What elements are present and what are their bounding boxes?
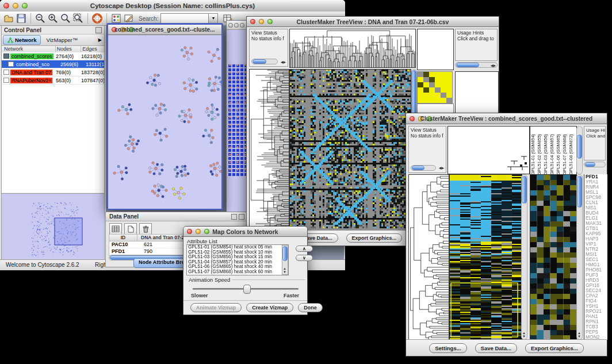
new-attribute-button[interactable] xyxy=(124,223,137,235)
attribute-list-scrollbar[interactable]: ▲▼ xyxy=(282,245,288,275)
column-label[interactable] xyxy=(441,29,446,70)
zoom-selected-icon[interactable] xyxy=(60,13,71,24)
treeview2-title: ClusterMaker TreeView : combined_scores_… xyxy=(406,116,607,122)
close-button[interactable] xyxy=(228,23,233,28)
scroll-arrows[interactable]: ◀▶ xyxy=(491,64,496,67)
tab-vizmapper[interactable]: VizMapper™ xyxy=(41,37,83,43)
data-panel-title: Data Panel xyxy=(109,213,139,220)
main-titlebar[interactable]: Cytoscape Desktop (Session Name: collins… xyxy=(0,0,345,12)
move-up-button[interactable]: ∧ xyxy=(296,246,313,252)
map-dialog-titlebar[interactable]: Map Colors to Network xyxy=(183,227,307,237)
row-dendrogram-canvas[interactable] xyxy=(408,174,449,341)
annotation-icon[interactable] xyxy=(124,13,134,24)
network-table-row[interactable]: RNAPuberNov2+ 563(0) 107847(0) xyxy=(2,76,104,85)
minimize-button[interactable] xyxy=(234,23,239,28)
treeview2-titlebar[interactable]: ClusterMaker TreeView : combined_scores_… xyxy=(406,113,607,124)
network-table-row[interactable]: combined_sco 2569(6) 13112(15) xyxy=(2,60,104,68)
column-label[interactable]: GPL51-07 (GSM868) xyxy=(562,127,568,175)
close-icon[interactable] xyxy=(239,214,244,220)
control-panel-title: Control Panel xyxy=(4,27,41,33)
usage-hints-scrollbar[interactable]: ◀▶ xyxy=(455,62,498,68)
help-lifesaver-icon[interactable] xyxy=(92,13,102,24)
column-label[interactable] xyxy=(423,29,429,70)
float-icon[interactable] xyxy=(231,214,237,220)
treeview-button[interactable]: Export Graphics... xyxy=(525,343,584,353)
treeview2-button-bar: Settings...Save Data...Export Graphics..… xyxy=(406,339,607,356)
move-down-button[interactable]: ∨ xyxy=(296,255,313,261)
zoom-heatmap-canvas[interactable] xyxy=(530,174,577,341)
global-heatmap-canvas[interactable] xyxy=(289,69,411,232)
search-dropdown-button[interactable]: ▼ xyxy=(209,13,218,24)
network-file-icon xyxy=(3,70,9,75)
open-file-icon[interactable] xyxy=(3,13,14,24)
column-mini-dendrogram[interactable] xyxy=(505,127,529,173)
row-dendrogram-canvas[interactable] xyxy=(249,69,289,232)
network-window-title: combined_scores_good.txt--cluste... xyxy=(108,26,221,33)
save-icon[interactable] xyxy=(16,13,26,24)
done-button[interactable]: Done xyxy=(298,303,323,312)
create-vizmap-button[interactable]: Create Vizmap xyxy=(246,303,293,312)
network-table-row[interactable]: DNA and Tran 07 769(0) 183728(0) xyxy=(2,68,104,76)
zoom-vscrollbar[interactable]: ▲▼ xyxy=(576,174,583,340)
table-view-button[interactable] xyxy=(109,223,122,235)
scroll-arrows[interactable]: ◀▶ xyxy=(439,166,444,170)
tab-network[interactable]: Network xyxy=(3,35,41,45)
birdseye-canvas[interactable] xyxy=(2,194,104,259)
zoom-in-icon[interactable] xyxy=(48,13,58,24)
column-label[interactable]: GPL51-06 (GSM865) xyxy=(556,127,562,175)
column-dendrogram-canvas[interactable] xyxy=(289,29,416,68)
column-label[interactable]: GPL51-03 (GSM856) xyxy=(543,127,549,175)
column-label[interactable]: GPL51-04 (GSM857) xyxy=(549,127,556,175)
animation-speed-slider[interactable] xyxy=(193,288,299,290)
column-label[interactable] xyxy=(429,29,435,70)
network-window-titlebar[interactable]: combined_scores_good.txt--cluste... xyxy=(108,25,221,35)
zoom-button[interactable] xyxy=(240,23,244,28)
view-status-scrollbar[interactable] xyxy=(251,59,278,64)
table-grid-icon xyxy=(112,225,120,232)
grid-network-view[interactable] xyxy=(228,63,248,176)
column-label[interactable]: GPL51-01 (GSM854) xyxy=(530,127,537,175)
treeview-button[interactable]: Settings... xyxy=(429,343,466,353)
global-heatmap-canvas[interactable] xyxy=(449,174,522,341)
treeview-button[interactable]: Save Data... xyxy=(475,343,517,353)
view-status-panel: View Status No status info f ◀▶ xyxy=(408,126,446,173)
scroll-arrows[interactable]: ◀▶ xyxy=(281,60,286,64)
float-panel-icon[interactable] xyxy=(95,27,102,33)
column-label[interactable]: GPL51-08 (GSM872) xyxy=(568,127,575,175)
attribute-list-label: Attribute List xyxy=(187,238,217,244)
map-dialog-title: Map Colors to Network xyxy=(183,228,307,235)
treeview-button[interactable]: Export Graphics... xyxy=(346,233,403,243)
id-column-header[interactable]: ID xyxy=(109,235,137,241)
tab-overflow-arrow[interactable]: ▶ xyxy=(98,37,102,43)
animate-vizmap-button[interactable]: Animate Vizmap xyxy=(190,303,242,312)
column-label[interactable]: GPL51-02 (GSM855) xyxy=(537,127,543,175)
column-label[interactable] xyxy=(418,29,423,70)
delete-attribute-button[interactable] xyxy=(139,223,152,235)
slider-thumb[interactable] xyxy=(243,285,251,294)
column-vscrollbar[interactable] xyxy=(576,126,583,174)
network-table-row[interactable]: combined_scores 2764(0) 16218(0) xyxy=(2,52,104,60)
birdseye-view[interactable] xyxy=(2,193,104,259)
network-view-window: combined_scores_good.txt--cluste... xyxy=(106,23,223,210)
zoom-fit-icon[interactable] xyxy=(73,13,83,24)
zoom-heatmap-canvas[interactable] xyxy=(417,71,453,104)
status-welcome: Welcome to Cytoscape 2.6.2 xyxy=(6,262,79,268)
search-input[interactable] xyxy=(160,13,209,24)
column-label[interactable] xyxy=(435,29,441,70)
usage-hints-panel: Usage Hi Click and xyxy=(584,126,606,160)
attribute-list-item[interactable]: GPL51-07 (GSM868) heat shock 60 min xyxy=(187,270,288,275)
treeview-window-combined: ClusterMaker TreeView : combined_scores_… xyxy=(406,113,607,357)
vizmapper-icon[interactable] xyxy=(111,13,121,24)
view-status-scrollbar[interactable] xyxy=(411,165,436,171)
column-label[interactable] xyxy=(446,29,452,70)
usage-hints-scrollbar[interactable] xyxy=(584,162,606,167)
scroll-arrows[interactable]: ▲▼ xyxy=(577,331,581,338)
treeview1-titlebar[interactable]: ClusterMaker TreeView : DNA and Tran 07-… xyxy=(247,17,499,27)
heatmap-vscrollbar[interactable]: ▲▼ xyxy=(521,174,527,340)
scroll-arrows[interactable]: ▲▼ xyxy=(283,267,286,274)
zoom-out-icon[interactable] xyxy=(35,13,45,24)
network-canvas[interactable] xyxy=(108,35,221,209)
data-panel-titlebar[interactable]: Data Panel xyxy=(106,212,247,221)
scroll-arrows[interactable]: ▲▼ xyxy=(522,331,526,338)
attribute-list: GPL51-01 (GSM854) heat shock 05 minGPL51… xyxy=(186,244,289,275)
